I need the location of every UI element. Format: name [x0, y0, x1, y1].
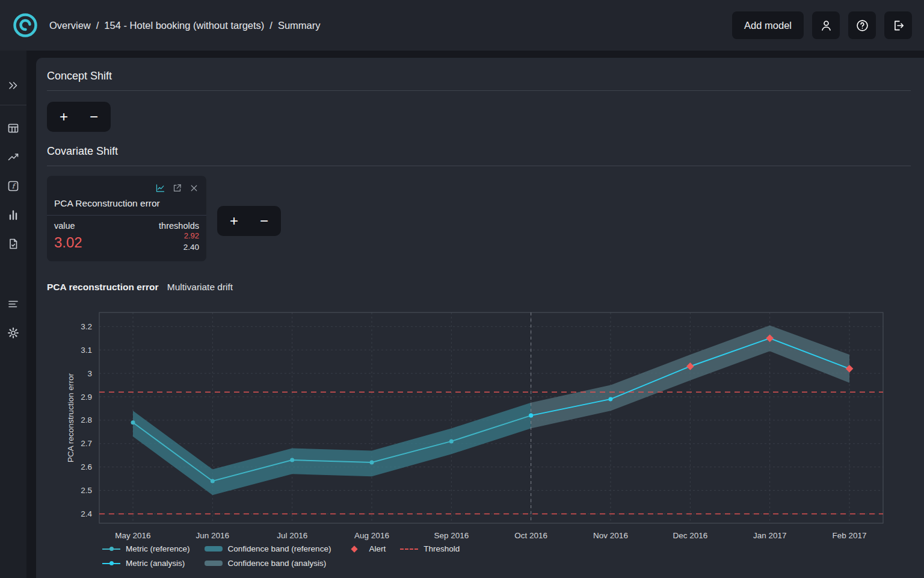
metric-card-labels: value thresholds	[54, 221, 199, 231]
breadcrumb-overview[interactable]: Overview	[49, 20, 91, 31]
svg-text:2.5: 2.5	[81, 486, 92, 495]
svg-text:3.2: 3.2	[81, 322, 92, 331]
breadcrumb-model[interactable]: 154 - Hotel booking (without targets)	[104, 20, 264, 31]
svg-text:Feb 2017: Feb 2017	[832, 531, 866, 540]
svg-text:2.8: 2.8	[81, 415, 92, 424]
logout-button[interactable]	[884, 11, 912, 39]
chart-title: PCA reconstruction error	[47, 282, 158, 292]
metric-card-values: 3.02 2.92 2.40	[54, 231, 199, 252]
svg-text:Aug 2016: Aug 2016	[354, 531, 389, 540]
sidebar-expand-button[interactable]	[0, 75, 26, 96]
covariate-shift-row: PCA Reconstruction error value threshold…	[47, 176, 911, 261]
sidebar-item-data-quality[interactable]	[0, 233, 26, 255]
metric-card: PCA Reconstruction error value threshold…	[47, 176, 206, 261]
svg-text:2.6: 2.6	[81, 462, 92, 471]
sidebar: f	[0, 51, 26, 578]
threshold-values: 2.92 2.40	[183, 231, 199, 252]
concept-shift-remove-button[interactable]: −	[82, 105, 106, 129]
covariate-shift-controls: + −	[217, 206, 281, 236]
confidence-analysis-swatch	[205, 561, 223, 566]
concept-shift-title: Concept Shift	[47, 70, 911, 91]
svg-text:2.7: 2.7	[81, 439, 92, 448]
svg-text:Dec 2016: Dec 2016	[673, 531, 707, 540]
sidebar-divider	[0, 105, 26, 105]
breadcrumb: Overview / 154 - Hotel booking (without …	[49, 20, 321, 31]
chart-subtitle: Multivariate drift	[167, 282, 233, 292]
concept-shift-add-button[interactable]: +	[52, 105, 76, 129]
metric-reference-swatch	[102, 546, 120, 552]
svg-text:Jan 2017: Jan 2017	[753, 531, 787, 540]
bar-chart-icon	[7, 209, 19, 221]
breadcrumb-summary[interactable]: Summary	[278, 20, 321, 31]
threshold-swatch	[400, 548, 418, 550]
metric-card-actions	[54, 183, 199, 193]
alert-swatch	[351, 545, 358, 552]
svg-text:3.1: 3.1	[81, 346, 92, 355]
sidebar-item-performance[interactable]	[0, 146, 26, 168]
help-button[interactable]	[848, 11, 876, 39]
chart-legend: Metric (reference) Confidence band (refe…	[102, 544, 911, 568]
metric-analysis-swatch	[102, 561, 120, 566]
open-external-icon[interactable]	[172, 183, 182, 193]
chart-container: 3.23.132.92.82.72.62.52.4May 2016Jun 201…	[47, 305, 911, 568]
legend-confidence-reference[interactable]: Confidence band (reference)	[205, 544, 331, 553]
svg-text:Nov 2016: Nov 2016	[593, 531, 628, 540]
main-panel: Concept Shift + − Covariate Shift PCA Re…	[36, 58, 924, 578]
list-icon	[7, 298, 19, 310]
top-navbar: Overview / 154 - Hotel booking (without …	[0, 0, 924, 51]
breadcrumb-separator: /	[270, 20, 273, 31]
metric-card-title: PCA Reconstruction error	[54, 198, 199, 209]
file-check-icon	[7, 238, 19, 250]
svg-text:f: f	[12, 182, 17, 190]
svg-text:3: 3	[87, 369, 92, 378]
add-model-button[interactable]: Add model	[732, 11, 804, 39]
card-divider	[47, 215, 206, 216]
sidebar-item-covariate-shift[interactable]	[0, 204, 26, 226]
svg-text:PCA reconstruction error: PCA reconstruction error	[66, 373, 75, 462]
navbar-actions: Add model	[732, 11, 912, 39]
sidebar-item-logs[interactable]	[0, 293, 26, 315]
svg-text:Jun 2016: Jun 2016	[196, 531, 230, 540]
covariate-shift-remove-button[interactable]: −	[252, 209, 276, 233]
svg-text:Oct 2016: Oct 2016	[514, 531, 547, 540]
sidebar-item-concept-drift[interactable]: f	[0, 175, 26, 197]
legend-metric-reference[interactable]: Metric (reference)	[102, 544, 190, 553]
legend-metric-analysis[interactable]: Metric (analysis)	[102, 559, 190, 568]
svg-text:2.4: 2.4	[81, 509, 92, 518]
function-icon: f	[7, 180, 19, 192]
pca-drift-chart[interactable]: 3.23.132.92.82.72.62.52.4May 2016Jun 201…	[47, 305, 911, 541]
app-logo-icon[interactable]	[12, 12, 38, 39]
svg-text:2.9: 2.9	[81, 393, 92, 402]
legend-alert[interactable]: Alert	[345, 544, 386, 553]
threshold-low-value: 2.40	[183, 243, 199, 252]
svg-text:Sep 2016: Sep 2016	[434, 531, 469, 540]
value-label: value	[54, 221, 75, 231]
svg-text:May 2016: May 2016	[115, 531, 150, 540]
threshold-high-value: 2.92	[183, 231, 199, 240]
user-icon	[819, 19, 833, 33]
view-chart-icon[interactable]	[155, 183, 165, 193]
help-icon	[855, 19, 869, 33]
svg-text:Jul 2016: Jul 2016	[277, 531, 307, 540]
trending-up-icon	[7, 151, 19, 163]
metric-value: 3.02	[54, 234, 82, 251]
concept-shift-controls: + −	[47, 102, 111, 132]
user-button[interactable]	[812, 11, 840, 39]
legend-confidence-analysis[interactable]: Confidence band (analysis)	[205, 559, 331, 568]
gear-icon	[7, 327, 19, 339]
close-icon[interactable]	[189, 183, 199, 193]
sidebar-item-settings[interactable]	[0, 322, 26, 344]
covariate-shift-title: Covariate Shift	[47, 145, 911, 166]
logout-icon	[892, 19, 905, 33]
confidence-reference-swatch	[205, 546, 223, 552]
chart-heading: PCA reconstruction error Multivariate dr…	[47, 282, 911, 293]
thresholds-label: thresholds	[159, 221, 199, 231]
sidebar-item-summary[interactable]	[0, 117, 26, 139]
breadcrumb-separator: /	[96, 20, 99, 31]
covariate-shift-add-button[interactable]: +	[222, 209, 246, 233]
double-chevron-right-icon	[7, 79, 19, 92]
legend-threshold[interactable]: Threshold	[400, 544, 460, 553]
table-icon	[7, 122, 19, 134]
